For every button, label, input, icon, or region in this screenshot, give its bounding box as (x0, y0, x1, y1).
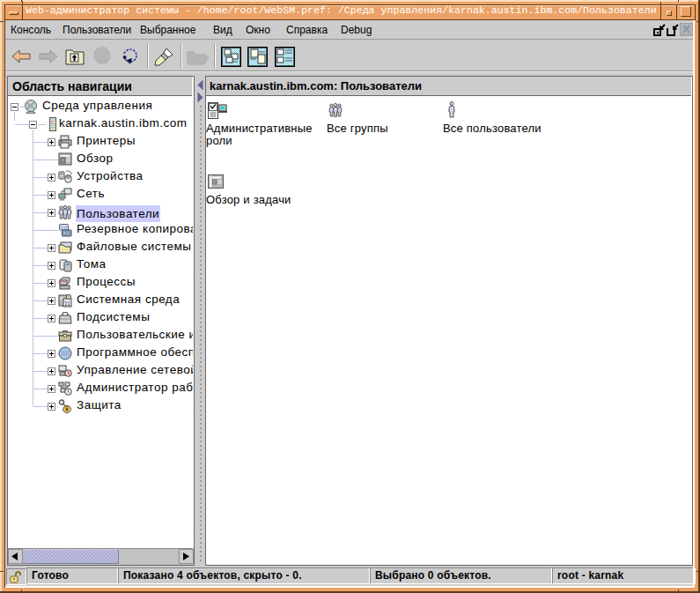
svg-text:11: 11 (64, 300, 70, 307)
